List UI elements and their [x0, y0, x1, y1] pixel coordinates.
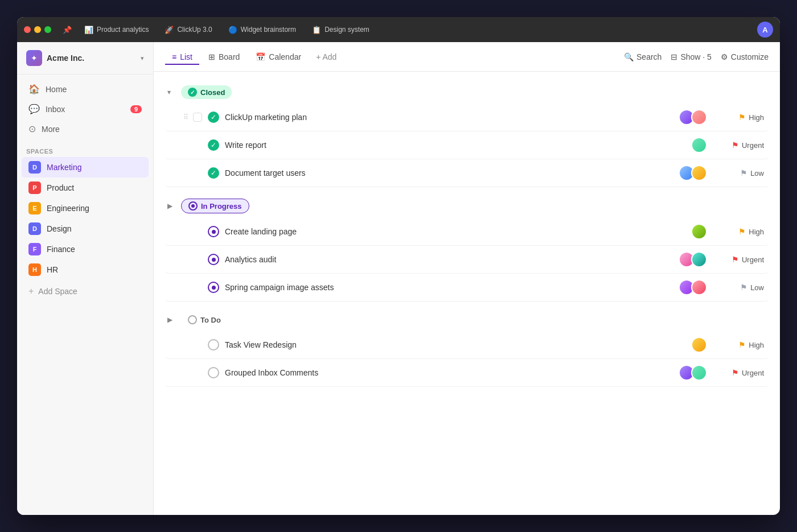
tab-list[interactable]: ≡ List [165, 49, 199, 65]
task-assignees [679, 165, 707, 181]
group-header-todo[interactable]: ▶ To Do [165, 308, 769, 331]
space-avatar-hr: H [28, 263, 41, 276]
table-row[interactable]: ⠿ Analytics audit ⚑ Urgent [165, 246, 769, 274]
priority-label: High [749, 341, 764, 349]
space-item-engineering[interactable]: E Engineering [22, 198, 149, 218]
add-view-button[interactable]: + Add [310, 49, 342, 65]
flag-icon: ⚑ [732, 141, 739, 150]
task-checkbox[interactable] [193, 113, 202, 122]
space-label-engineering: Engineering [47, 204, 89, 213]
drag-handle-icon: ⠿ [183, 341, 188, 349]
flag-icon: ⚑ [732, 368, 739, 377]
chevron-down-icon: ▾ [167, 88, 176, 96]
todo-status-icon [188, 315, 197, 324]
tab-design[interactable]: 📋 Design system [306, 23, 375, 36]
add-space-label: Add Space [38, 287, 77, 296]
sidebar-item-more[interactable]: ⊙ More [22, 119, 149, 139]
space-item-product[interactable]: P Product [22, 178, 149, 198]
tab-label: Design system [324, 26, 369, 34]
space-item-marketing[interactable]: D Marketing [22, 157, 149, 178]
board-icon: ⊞ [208, 52, 215, 61]
app-window: 📌 📊 Product analytics 🚀 ClickUp 3.0 🔵 Wi… [17, 17, 780, 515]
task-assignees [679, 251, 707, 267]
flag-icon: ⚑ [732, 255, 739, 264]
closed-group-badge: ✓ Closed [181, 85, 232, 99]
add-space-button[interactable]: + Add Space [22, 282, 149, 300]
space-label-finance: Finance [47, 245, 75, 254]
closed-status-icon: ✓ [188, 88, 197, 97]
sidebar-item-inbox[interactable]: 💬 Inbox 9 [22, 99, 149, 119]
table-row[interactable]: ⠿ Grouped Inbox Comments ⚑ Urgent [165, 359, 769, 387]
user-avatar[interactable]: A [757, 22, 773, 38]
task-priority: ⚑ High [718, 227, 764, 236]
inbox-icon: 💬 [28, 104, 40, 114]
inprogress-group-badge: In Progress [181, 199, 249, 213]
inbox-label: Inbox [46, 105, 65, 114]
close-button[interactable] [24, 26, 31, 33]
space-item-design[interactable]: D Design [22, 218, 149, 239]
priority-label: Urgent [742, 141, 764, 150]
todo-group-label: To Do [200, 316, 221, 324]
table-row[interactable]: ⠿ Spring campaign image assets ⚑ Low [165, 274, 769, 302]
search-label: Search [636, 52, 662, 61]
space-item-hr[interactable]: H HR [22, 259, 149, 280]
avatar [691, 137, 707, 153]
group-header-inprogress[interactable]: ▶ In Progress [165, 194, 769, 218]
task-priority: ⚑ Urgent [718, 255, 764, 264]
table-row[interactable]: ⠿ Task View Redesign ⚑ High [165, 331, 769, 359]
avatar [691, 337, 707, 353]
search-icon: 🔍 [624, 52, 634, 61]
sidebar-item-home[interactable]: 🏠 Home [22, 79, 149, 99]
workspace-header[interactable]: ✦ Acme Inc. ▾ [17, 42, 153, 75]
space-avatar-marketing: D [28, 161, 41, 174]
table-row[interactable]: ⠿ ✓ ClickUp marketing plan ⚑ High [165, 104, 769, 131]
avatar [691, 224, 707, 240]
tab-product-analytics[interactable]: 📊 Product analytics [79, 23, 154, 36]
drag-handle-icon: ⠿ [183, 141, 188, 149]
table-row[interactable]: ⠿ ✓ Write report ⚑ Urgent [165, 131, 769, 159]
table-row[interactable]: ⠿ ✓ Document target users ⚑ Low [165, 159, 769, 187]
space-avatar-design: D [28, 222, 41, 235]
task-priority: ⚑ Urgent [718, 368, 764, 377]
customize-button[interactable]: ⚙ Customize [721, 52, 769, 61]
table-row[interactable]: ⠿ Create landing page ⚑ High [165, 218, 769, 246]
priority-label: Urgent [742, 369, 764, 377]
workspace-chevron-icon: ▾ [141, 55, 144, 62]
avatar [691, 279, 707, 295]
product-analytics-icon: 📊 [84, 26, 93, 34]
tab-label: Product analytics [97, 26, 149, 34]
task-assignees [691, 224, 707, 240]
tab-clickup[interactable]: 🚀 ClickUp 3.0 [159, 23, 217, 36]
flag-icon: ⚑ [738, 227, 746, 236]
board-label: Board [219, 52, 240, 61]
search-button[interactable]: 🔍 Search [624, 52, 662, 61]
list-label: List [180, 52, 192, 61]
space-label-hr: HR [47, 265, 58, 274]
show-label: Show · 5 [680, 52, 711, 61]
tab-label: Widget brainstorm [241, 26, 296, 34]
maximize-button[interactable] [44, 26, 51, 33]
task-status-icon [208, 367, 219, 378]
tab-calendar[interactable]: 📅 Calendar [249, 49, 308, 65]
group-header-closed[interactable]: ▾ ✓ Closed [165, 81, 769, 104]
task-priority: ⚑ Urgent [718, 141, 764, 150]
tab-widget[interactable]: 🔵 Widget brainstorm [223, 23, 302, 36]
priority-label: Low [750, 169, 764, 178]
traffic-lights [24, 26, 51, 33]
add-view-label: + Add [316, 52, 336, 61]
tab-board[interactable]: ⊞ Board [202, 49, 247, 65]
chevron-right-icon: ▶ [167, 316, 176, 324]
space-avatar-engineering: E [28, 202, 41, 215]
minimize-button[interactable] [34, 26, 41, 33]
home-label: Home [46, 85, 67, 94]
drag-handle-icon: ⠿ [183, 255, 188, 263]
flag-icon: ⚑ [740, 168, 747, 178]
avatar [691, 365, 707, 381]
show-button[interactable]: ⊟ Show · 5 [671, 52, 711, 61]
space-item-finance[interactable]: F Finance [22, 239, 149, 259]
titlebar: 📌 📊 Product analytics 🚀 ClickUp 3.0 🔵 Wi… [17, 17, 780, 42]
home-icon: 🏠 [28, 84, 40, 94]
priority-label: Low [750, 283, 764, 292]
closed-group-label: Closed [200, 88, 225, 97]
toolbar-actions: 🔍 Search ⊟ Show · 5 ⚙ Customize [624, 52, 769, 61]
